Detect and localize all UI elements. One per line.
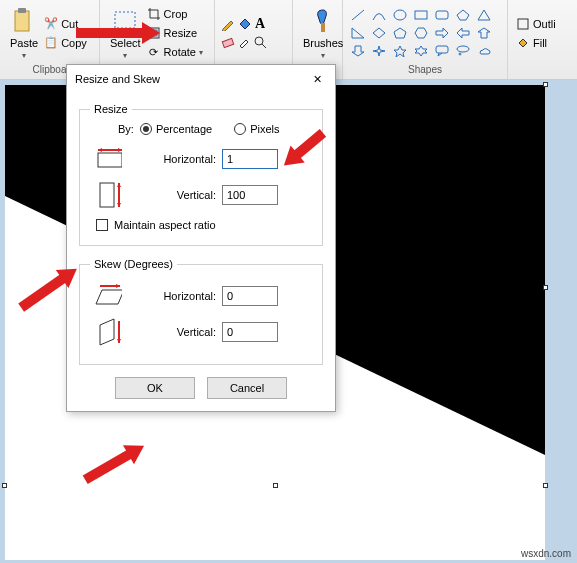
horizontal-label: Horizontal: [132, 153, 222, 165]
svg-marker-20 [415, 46, 427, 56]
svg-rect-12 [436, 11, 448, 19]
shape-row[interactable] [349, 25, 493, 41]
pixels-radio[interactable]: Pixels [234, 123, 279, 135]
svg-line-7 [262, 44, 266, 48]
oval-icon [391, 7, 409, 23]
star4-icon [370, 43, 388, 59]
outline-icon [516, 17, 530, 31]
arrow-d-icon [349, 43, 367, 59]
brushes-icon [309, 7, 337, 35]
rect-icon [412, 7, 430, 23]
rtriangle-icon [349, 25, 367, 41]
hexagon-icon [412, 25, 430, 41]
arrow-r-icon [433, 25, 451, 41]
group-label-shapes: Shapes [349, 64, 501, 77]
paste-label: Paste [10, 37, 38, 49]
resize-skew-dialog: Resize and Skew ✕ Resize By: Percentage … [66, 64, 336, 412]
svg-marker-35 [116, 284, 120, 288]
skew-horizontal-input[interactable] [222, 286, 278, 306]
svg-marker-13 [457, 10, 469, 20]
resize-legend: Resize [90, 103, 132, 115]
magnifier-icon[interactable] [253, 35, 267, 49]
select-button[interactable]: Select ▾ [106, 5, 145, 62]
svg-marker-15 [352, 28, 364, 38]
svg-marker-19 [394, 46, 406, 57]
ok-button[interactable]: OK [115, 377, 195, 399]
crop-icon [147, 7, 161, 21]
skew-vertical-input[interactable] [222, 322, 278, 342]
svg-marker-14 [478, 10, 490, 20]
svg-marker-16 [373, 28, 385, 38]
chevron-down-icon: ▾ [321, 51, 325, 60]
resize-button[interactable]: Resize [145, 24, 205, 42]
brushes-button[interactable]: Brushes ▾ [299, 5, 347, 62]
copy-icon: 📋 [44, 36, 58, 50]
svg-rect-11 [415, 11, 427, 19]
skew-vertical-label: Vertical: [132, 326, 222, 338]
arrow-u-icon [475, 25, 493, 41]
chevron-down-icon: ▾ [199, 48, 203, 57]
copy-button[interactable]: 📋Copy [42, 34, 89, 52]
resize-vertical-input[interactable] [222, 185, 278, 205]
cut-icon: ✂️ [44, 17, 58, 31]
handle[interactable] [2, 483, 7, 488]
shape-row[interactable] [349, 7, 493, 23]
cancel-button[interactable]: Cancel [207, 377, 287, 399]
handle[interactable] [543, 285, 548, 290]
cut-button[interactable]: ✂️Cut [42, 15, 89, 33]
eraser-icon[interactable] [221, 35, 235, 49]
svg-rect-0 [15, 11, 29, 31]
resize-horizontal-input[interactable] [222, 149, 278, 169]
fill-icon[interactable] [237, 17, 251, 31]
radio-off-icon [234, 123, 246, 135]
svg-marker-38 [117, 339, 121, 343]
handle[interactable] [543, 483, 548, 488]
svg-rect-25 [98, 153, 122, 167]
svg-rect-2 [115, 12, 135, 28]
svg-point-23 [459, 53, 461, 55]
text-icon[interactable]: A [253, 17, 267, 31]
arrow-l-icon [454, 25, 472, 41]
handle[interactable] [273, 483, 278, 488]
rotate-button[interactable]: ⟳Rotate▾ [145, 43, 205, 61]
close-button[interactable]: ✕ [307, 73, 327, 86]
vertical-label: Vertical: [132, 189, 222, 201]
radio-on-icon [140, 123, 152, 135]
paste-icon [10, 7, 38, 35]
shape-row[interactable] [349, 43, 493, 59]
chevron-down-icon: ▾ [22, 51, 26, 60]
skew-fieldset: Skew (Degrees) Horizontal: Vertical: [79, 258, 323, 365]
paste-button[interactable]: Paste ▾ [6, 5, 42, 62]
chevron-down-icon: ▾ [123, 51, 127, 60]
select-icon [111, 7, 139, 35]
dialog-title-bar[interactable]: Resize and Skew ✕ [67, 65, 335, 93]
diamond-icon [370, 25, 388, 41]
dialog-title: Resize and Skew [75, 73, 307, 85]
bucket-icon [516, 36, 530, 50]
rotate-icon: ⟳ [147, 45, 161, 59]
triangle-icon [475, 7, 493, 23]
star6-icon [412, 43, 430, 59]
maintain-aspect-checkbox[interactable] [96, 219, 108, 231]
callout2-icon [454, 43, 472, 59]
pencil-icon[interactable] [221, 17, 235, 31]
by-label: By: [118, 123, 134, 135]
percentage-radio[interactable]: Percentage [140, 123, 212, 135]
crop-button[interactable]: Crop [145, 5, 205, 23]
brushes-label: Brushes [303, 37, 343, 49]
eyedropper-icon[interactable] [237, 35, 251, 49]
fill-button[interactable]: Fill [514, 34, 558, 52]
resize-v-icon [94, 179, 122, 211]
svg-rect-5 [222, 38, 233, 47]
svg-point-22 [457, 46, 469, 52]
callout-icon [433, 43, 451, 59]
svg-rect-4 [151, 30, 157, 36]
resize-fieldset: Resize By: Percentage Pixels Horizontal:… [79, 103, 323, 246]
svg-marker-18 [415, 28, 427, 38]
svg-marker-17 [394, 28, 406, 38]
curve-icon [370, 7, 388, 23]
svg-marker-27 [98, 148, 102, 152]
resize-h-icon [94, 143, 122, 175]
handle[interactable] [543, 82, 548, 87]
outline-button[interactable]: Outli [514, 15, 558, 33]
